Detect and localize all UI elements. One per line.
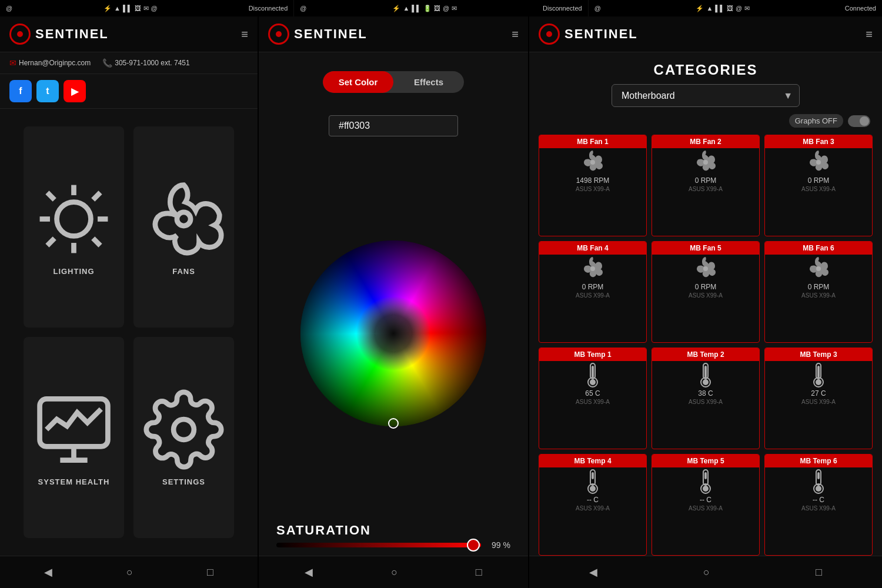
nav-fans[interactable]: FANS <box>133 126 234 328</box>
mb-temp-3-value: 27 C <box>811 389 826 397</box>
saturation-section: SATURATION 99 % <box>259 523 528 556</box>
tab-set-color[interactable]: Set Color <box>323 71 393 93</box>
slider-thumb[interactable] <box>467 539 480 552</box>
mb-fan-5-header: MB Fan 5 <box>652 242 759 255</box>
lighting-label: LIGHTING <box>53 267 94 276</box>
thermo-3-icon <box>807 361 830 389</box>
fan-2-icon <box>691 148 720 176</box>
mb-temp-6-source: ASUS X99-A <box>801 505 836 512</box>
fans-label: FANS <box>172 267 195 276</box>
svg-rect-38 <box>704 472 707 479</box>
email-contact: ✉ Hernan@Originpc.com <box>9 58 91 68</box>
color-wheel[interactable] <box>299 239 487 427</box>
fan-5-icon <box>691 255 720 283</box>
facebook-button[interactable]: f <box>9 80 32 102</box>
svg-line-8 <box>93 192 100 199</box>
categories-title: CATEGORIES <box>529 52 882 84</box>
menu-button-2[interactable]: ≡ <box>512 28 519 41</box>
mb-temp-4-value: -- C <box>587 496 599 504</box>
tab-effects[interactable]: Effects <box>393 71 464 93</box>
svg-point-37 <box>703 486 709 492</box>
recent-button-1[interactable]: □ <box>200 564 220 581</box>
graphs-toggle-switch[interactable] <box>848 115 870 127</box>
category-select[interactable]: Motherboard CPU GPU Case <box>612 84 800 107</box>
back-button-3[interactable]: ◀ <box>582 563 604 581</box>
thermo-4-icon <box>581 467 604 496</box>
mb-fan-2-header: MB Fan 2 <box>652 135 759 148</box>
color-cursor[interactable] <box>388 418 399 429</box>
fan-6-icon <box>804 255 833 283</box>
img-icon: 🖼 <box>135 5 141 12</box>
svg-rect-42 <box>817 472 820 479</box>
settings-label: SETTINGS <box>162 477 205 486</box>
svg-point-21 <box>590 379 596 385</box>
home-button-1[interactable]: ○ <box>119 564 140 581</box>
panel-color: SENTINEL ≡ Set Color Effects SATURATION <box>259 16 529 588</box>
recent-button-3[interactable]: □ <box>808 564 829 581</box>
logo-icon-3 <box>539 24 560 45</box>
mb-fan-6-rpm: 0 RPM <box>808 283 830 291</box>
email-text: Hernan@Originpc.com <box>19 59 91 67</box>
menu-button[interactable]: ≡ <box>241 28 248 41</box>
mb-fan-5-rpm: 0 RPM <box>695 283 717 291</box>
mb-temp-2-header: MB Temp 2 <box>652 348 759 361</box>
logo-text: SENTINEL <box>35 26 109 42</box>
mb-fan-3-rpm: 0 RPM <box>808 176 830 185</box>
svg-line-7 <box>47 238 54 245</box>
home-button-2[interactable]: ○ <box>384 564 405 581</box>
home-button-3[interactable]: ○ <box>696 564 717 581</box>
panel-system-health: SENTINEL ≡ CATEGORIES Motherboard CPU GP… <box>529 16 882 588</box>
mb-temp-3-source: ASUS X99-A <box>801 399 836 405</box>
panels-container: SENTINEL ≡ ✉ Hernan@Originpc.com 📞 305-9… <box>0 16 882 588</box>
logo-3: SENTINEL <box>539 24 638 45</box>
nav-settings[interactable]: SETTINGS <box>133 337 234 538</box>
social-bar: f t ▶ <box>0 74 258 109</box>
mb-temp-4-header: MB Temp 4 <box>539 455 646 467</box>
svg-rect-30 <box>817 366 820 377</box>
mb-fan-5-source: ASUS X99-A <box>689 292 723 299</box>
thermo-6-icon <box>807 467 830 496</box>
mb-fan-6-header: MB Fan 6 <box>765 242 872 255</box>
connection-status-1: Disconnected <box>249 5 288 12</box>
nav-lighting[interactable]: LIGHTING <box>24 126 124 328</box>
logo-2: SENTINEL <box>268 24 368 45</box>
mb-fan-3-source: ASUS X99-A <box>801 186 836 192</box>
youtube-button[interactable]: ▶ <box>64 80 86 102</box>
phone-icon: 📞 <box>102 58 112 68</box>
menu-button-3[interactable]: ≡ <box>866 28 873 41</box>
mb-temp-5-value: -- C <box>700 496 711 504</box>
signal-icon: ▌▌ <box>123 5 132 12</box>
mb-fan-1-rpm: 1498 RPM <box>576 176 610 185</box>
thermo-2-icon <box>694 361 717 389</box>
mb-fan-6-source: ASUS X99-A <box>801 292 836 299</box>
mb-temp-1-header: MB Temp 1 <box>539 348 646 361</box>
mb-temp-2-value: 38 C <box>698 389 713 397</box>
back-button-2[interactable]: ◀ <box>298 563 320 581</box>
recent-button-2[interactable]: □ <box>469 564 489 581</box>
status-bar-2: @ ⚡ ▲ ▌▌ 🔋 🖼 @ ✉ Disconnected <box>294 0 588 16</box>
color-wheel-container[interactable] <box>259 149 528 517</box>
mb-temp-2-source: ASUS X99-A <box>689 399 723 405</box>
system-health-label: SYSTEM HEALTH <box>38 477 110 486</box>
mail-icon: ✉ <box>143 5 149 12</box>
svg-point-0 <box>57 202 91 236</box>
saturation-row: 99 % <box>276 540 510 550</box>
fan-card-1: MB Fan 1 1498 RPM ASUS X99-A <box>539 135 647 236</box>
svg-point-12 <box>173 419 194 440</box>
color-hex-input[interactable] <box>329 115 458 136</box>
status-at-2: @ <box>300 5 306 12</box>
graphs-toggle-row: Graphs OFF <box>529 114 882 135</box>
mb-fan-3-header: MB Fan 3 <box>765 135 872 148</box>
back-button-1[interactable]: ◀ <box>37 563 59 581</box>
saturation-slider[interactable] <box>276 543 481 547</box>
panel2-header: SENTINEL ≡ <box>259 16 528 52</box>
thermo-1-icon <box>581 361 604 389</box>
twitter-button[interactable]: t <box>36 80 59 102</box>
panel-nav: SENTINEL ≡ ✉ Hernan@Originpc.com 📞 305-9… <box>0 16 259 588</box>
mb-fan-4-source: ASUS X99-A <box>576 292 610 299</box>
svg-rect-34 <box>592 472 594 479</box>
nav-system-health[interactable]: SYSTEM HEALTH <box>24 337 124 538</box>
status-bar-1: @ ⚡ ▲ ▌▌ 🖼 ✉ @ Disconnected <box>0 0 294 16</box>
mb-fan-1-header: MB Fan 1 <box>539 135 646 148</box>
phone-contact: 📞 305-971-1000 ext. 7451 <box>102 58 189 68</box>
